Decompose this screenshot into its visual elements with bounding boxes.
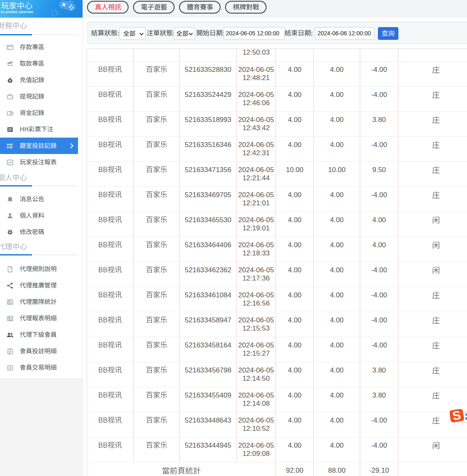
svg-text:¥: ¥ <box>9 79 11 83</box>
